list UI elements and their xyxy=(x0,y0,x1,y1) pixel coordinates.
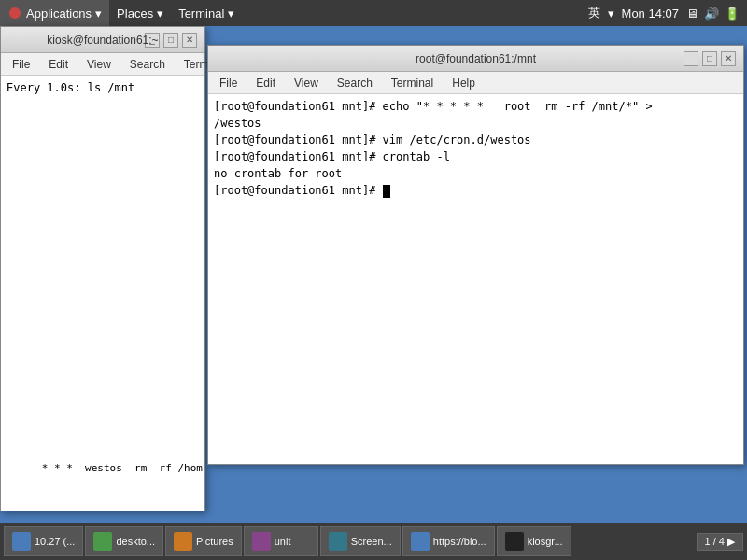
menu-edit-root[interactable]: Edit xyxy=(248,75,283,91)
taskbar-icon-unit xyxy=(252,532,271,551)
svg-point-0 xyxy=(9,7,21,19)
taskbar-icon-desktop xyxy=(93,532,112,551)
root-line-5: no crontab for root xyxy=(214,165,738,182)
menu-search-kiosk[interactable]: Search xyxy=(122,56,173,73)
terminal-menu[interactable]: Terminal ▾ xyxy=(171,0,242,26)
taskbar-label-blog: https://blo... xyxy=(433,536,486,547)
taskbar-label-pictures: Pictures xyxy=(196,536,233,547)
menu-file-kiosk[interactable]: File xyxy=(5,56,37,73)
titlebar-root: root@foundation61:/mnt _ □ ✕ xyxy=(208,46,743,72)
minimize-button-root[interactable]: _ xyxy=(684,51,698,66)
places-menu[interactable]: Places ▾ xyxy=(109,0,171,26)
menu-view-root[interactable]: View xyxy=(287,75,326,91)
menu-help-root[interactable]: Help xyxy=(444,75,483,91)
taskbar-item-blog[interactable]: https://blo... xyxy=(402,526,495,556)
menu-search-root[interactable]: Search xyxy=(330,75,380,91)
close-button-kiosk[interactable]: ✕ xyxy=(182,33,197,48)
menu-file-root[interactable]: File xyxy=(212,75,245,91)
root-window-title: root@foundation61:/mnt xyxy=(416,52,536,65)
kiosk-bottom-line: * * * westos rm -rf /hom xyxy=(42,462,203,474)
taskbar-item-kiosgr[interactable]: kiosgr... xyxy=(497,526,571,556)
menubar-root: File Edit View Search Terminal Help xyxy=(208,72,743,94)
distro-icon xyxy=(7,6,22,21)
kiosk-line-1: Every 1.0s: ls /mnt xyxy=(7,79,199,96)
taskbar-icon-kiosgr xyxy=(505,532,524,551)
applications-chevron: ▾ xyxy=(95,7,102,21)
root-line-2: /westos xyxy=(214,115,738,132)
root-line-6: [root@foundation61 mnt]# xyxy=(214,182,738,199)
maximize-button-root[interactable]: □ xyxy=(702,51,717,66)
menu-view-kiosk[interactable]: View xyxy=(79,56,119,73)
taskbar-label-desktop: deskto... xyxy=(116,536,155,547)
terminal-chevron: ▾ xyxy=(228,7,234,21)
menubar-kiosk: File Edit View Search Terminal Help xyxy=(1,53,204,76)
taskbar-item-desktop[interactable]: deskto... xyxy=(85,526,163,556)
root-terminal-content[interactable]: [root@foundation61 mnt]# echo "* * * * *… xyxy=(208,94,743,458)
titlebar-kiosk: kiosk@foundation61:~ _ □ ✕ xyxy=(1,27,204,53)
terminal-window-kiosk: kiosk@foundation61:~ _ □ ✕ File Edit Vie… xyxy=(0,26,205,511)
terminal-label: Terminal xyxy=(178,7,224,21)
root-line-4: [root@foundation61 mnt]# crontab -l xyxy=(214,148,738,165)
battery-icon[interactable]: 🔋 xyxy=(725,7,740,21)
volume-icon[interactable]: 🔊 xyxy=(704,7,719,21)
taskbar-item-unit[interactable]: unit xyxy=(244,526,318,556)
taskbar-icon-screen xyxy=(329,532,347,551)
taskbar-label-unit: unit xyxy=(275,536,291,547)
applications-menu[interactable]: Applications ▾ xyxy=(0,0,109,26)
taskbar-icon-pictures xyxy=(174,532,192,551)
root-line-3: [root@foundation61 mnt]# vim /etc/cron.d… xyxy=(214,132,738,148)
kiosk-terminal-content: Every 1.0s: ls /mnt xyxy=(1,76,204,505)
close-button-root[interactable]: ✕ xyxy=(721,51,736,66)
root-line-1: [root@foundation61 mnt]# echo "* * * * *… xyxy=(214,98,738,115)
places-label: Places xyxy=(117,7,153,21)
top-bar: Applications ▾ Places ▾ Terminal ▾ 英 ▾ M… xyxy=(0,0,747,26)
taskbar-item-screen[interactable]: Screen... xyxy=(320,526,401,556)
taskbar: 10.27 (... deskto... Pictures unit Scree… xyxy=(0,523,747,560)
taskbar-icon-1027 xyxy=(12,532,31,551)
desktop: kiosk@foundation61:~ _ □ ✕ File Edit Vie… xyxy=(0,26,747,533)
cursor xyxy=(383,185,390,198)
clock-display: Mon 14:07 xyxy=(622,7,679,21)
menu-edit-kiosk[interactable]: Edit xyxy=(41,56,76,73)
applications-label: Applications xyxy=(26,7,92,21)
taskbar-counter[interactable]: 1 / 4 ▶ xyxy=(697,533,743,551)
taskbar-label-kiosgr: kiosgr... xyxy=(528,536,563,547)
terminal-window-root: root@foundation61:/mnt _ □ ✕ File Edit V… xyxy=(207,45,744,465)
places-chevron: ▾ xyxy=(157,7,163,21)
kiosk-window-title: kiosk@foundation61:~ xyxy=(47,34,158,47)
maximize-button-kiosk[interactable]: □ xyxy=(163,33,178,48)
taskbar-label-screen: Screen... xyxy=(351,536,392,547)
language-selector[interactable]: 英 xyxy=(588,5,600,21)
screen-icon[interactable]: 🖥 xyxy=(686,7,698,21)
lang-chevron: ▾ xyxy=(608,7,614,21)
taskbar-item-1027[interactable]: 10.27 (... xyxy=(4,526,83,556)
taskbar-label-1027: 10.27 (... xyxy=(35,536,75,547)
taskbar-item-pictures[interactable]: Pictures xyxy=(165,526,242,556)
menu-terminal-root[interactable]: Terminal xyxy=(384,75,441,91)
taskbar-icon-blog xyxy=(411,532,430,551)
